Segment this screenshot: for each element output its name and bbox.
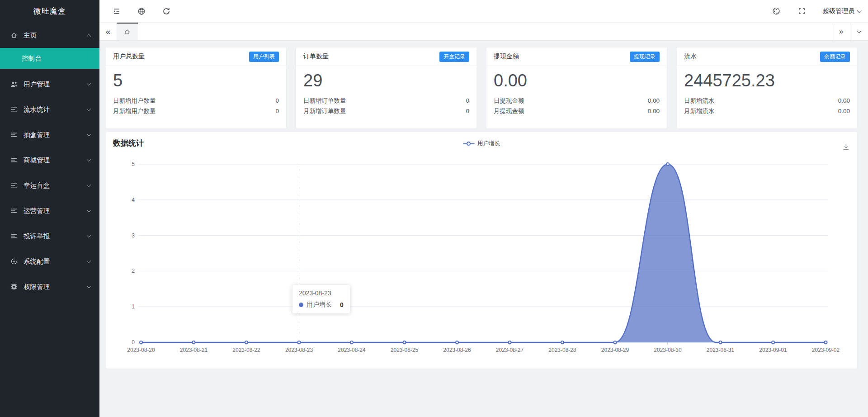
- balance-records-badge[interactable]: 余额记录: [820, 52, 850, 62]
- svg-text:2023-08-24: 2023-08-24: [338, 347, 366, 353]
- chevron-down-icon: [87, 157, 91, 162]
- tab-home[interactable]: [117, 23, 138, 40]
- chevron-down-icon: [87, 259, 91, 263]
- admin-dashboard: 微旺魔盒 主页 控制台 用户管理 流水统计 抽盒管理 商城管理: [0, 0, 868, 417]
- sidebar: 微旺魔盒 主页 控制台 用户管理 流水统计 抽盒管理 商城管理: [0, 0, 99, 417]
- series-dot-icon: [299, 303, 303, 307]
- stat-card-turnover: 流水 余额记录 2445725.23 日新增流水 0.00 月新增流水 0.00: [677, 47, 857, 128]
- list-icon: [10, 207, 18, 215]
- globe-icon[interactable]: [137, 7, 146, 15]
- card-value: 2445725.23: [684, 70, 850, 91]
- card-row: 日新增订单数量 0: [303, 95, 469, 106]
- sidebar-item-operations[interactable]: 运营管理: [0, 198, 99, 223]
- svg-text:2023-08-26: 2023-08-26: [443, 347, 471, 353]
- topbar-left-icons: [113, 7, 170, 15]
- card-title: 提现金额: [494, 52, 519, 61]
- svg-text:2023-09-02: 2023-09-02: [812, 347, 840, 353]
- list-icon: [10, 105, 18, 114]
- tabs-scroll-right-button[interactable]: »: [832, 23, 850, 40]
- download-icon[interactable]: [842, 143, 850, 152]
- sidebar-item-home[interactable]: 主页: [0, 23, 99, 48]
- sidebar-item-system-config[interactable]: 系统配置: [0, 249, 99, 274]
- fullscreen-icon[interactable]: [797, 7, 806, 15]
- chevron-down-icon: [87, 208, 91, 213]
- svg-text:3: 3: [132, 232, 135, 239]
- chevron-down-icon: [87, 132, 91, 137]
- card-row: 月新增订单数量 0: [303, 106, 469, 116]
- sidebar-item-complaints[interactable]: 投诉举报: [0, 223, 99, 249]
- svg-text:2023-08-21: 2023-08-21: [180, 347, 208, 353]
- list-icon: [10, 156, 18, 164]
- svg-text:2023-08-30: 2023-08-30: [654, 347, 682, 353]
- card-value: 5: [113, 70, 279, 91]
- svg-text:0: 0: [132, 339, 135, 346]
- chart-card: 数据统计 用户增长 0123452023-08-202023-08-212023…: [106, 132, 857, 369]
- tabbar: « »: [99, 23, 868, 41]
- card-value: 0.00: [494, 70, 660, 91]
- sidebar-item-user-mgmt[interactable]: 用户管理: [0, 71, 99, 97]
- card-value: 29: [303, 70, 469, 91]
- app-logo: 微旺魔盒: [0, 0, 99, 23]
- card-title: 用户总数量: [113, 52, 145, 61]
- list-icon: [10, 131, 18, 139]
- open-box-records-badge[interactable]: 开盒记录: [439, 52, 469, 62]
- stat-card-orders: 订单数量 开盒记录 29 日新增订单数量 0 月新增订单数量 0: [296, 47, 476, 128]
- card-row: 日新增用户数量 0: [113, 95, 279, 106]
- svg-text:4: 4: [132, 197, 135, 203]
- card-row: 月新增用户数量 0: [113, 106, 279, 116]
- chevron-down-icon: [857, 8, 862, 13]
- home-icon: [10, 31, 18, 39]
- menu-fold-icon[interactable]: [113, 7, 121, 15]
- home-icon: [123, 28, 132, 36]
- svg-text:2023-08-31: 2023-08-31: [707, 347, 735, 353]
- sidebar-item-mall-mgmt[interactable]: 商城管理: [0, 147, 99, 173]
- tabs-scroll-left-button[interactable]: «: [99, 23, 117, 40]
- topbar-right: 超级管理员: [772, 7, 861, 15]
- stat-card-users: 用户总数量 用户列表 5 日新增用户数量 0 月新增用户数量 0: [106, 47, 286, 128]
- svg-text:2023-08-28: 2023-08-28: [548, 347, 576, 353]
- svg-text:2023-09-01: 2023-09-01: [759, 347, 787, 353]
- card-row: 月提现金额 0.00: [494, 106, 660, 116]
- main-content: 用户总数量 用户列表 5 日新增用户数量 0 月新增用户数量 0: [99, 41, 868, 417]
- chevron-up-icon: [87, 34, 91, 38]
- user-list-badge[interactable]: 用户列表: [249, 52, 279, 62]
- withdraw-records-badge[interactable]: 提现记录: [630, 52, 660, 62]
- chevron-down-icon: [87, 233, 91, 238]
- legend-line-icon: [463, 143, 475, 144]
- svg-text:2023-08-25: 2023-08-25: [391, 347, 419, 353]
- stat-cards-row: 用户总数量 用户列表 5 日新增用户数量 0 月新增用户数量 0: [106, 47, 857, 128]
- sidebar-item-lucky-box[interactable]: 幸运盲盒: [0, 173, 99, 198]
- svg-text:2023-08-27: 2023-08-27: [496, 347, 524, 353]
- topbar: 超级管理员: [99, 0, 868, 23]
- palette-icon[interactable]: [772, 7, 780, 15]
- card-row: 月新增流水 0.00: [684, 106, 850, 116]
- sidebar-item-flow-stats[interactable]: 流水统计: [0, 97, 99, 122]
- user-growth-chart: 0123452023-08-202023-08-212023-08-222023…: [106, 154, 857, 369]
- svg-text:5: 5: [132, 161, 135, 167]
- chevron-down-icon: [87, 284, 91, 289]
- list-icon: [10, 232, 18, 240]
- svg-text:2023-08-23: 2023-08-23: [285, 347, 313, 353]
- config-circle-icon: [10, 257, 18, 265]
- svg-text:1: 1: [132, 303, 135, 310]
- chevron-down-icon: [87, 183, 91, 187]
- tabs-menu-button[interactable]: [850, 23, 868, 40]
- chevron-down-icon: [87, 81, 91, 86]
- tooltip-value: 0: [340, 301, 344, 308]
- svg-text:2023-08-20: 2023-08-20: [127, 347, 155, 353]
- svg-text:2: 2: [132, 268, 135, 274]
- user-name: 超级管理员: [823, 7, 854, 15]
- tooltip-series: 用户增长: [307, 301, 332, 309]
- chart-tooltip: 2023-08-23 用户增长 0: [292, 285, 350, 313]
- sidebar-item-permissions[interactable]: 权限管理: [0, 274, 99, 299]
- sidebar-item-box-mgmt[interactable]: 抽盒管理: [0, 122, 99, 147]
- stat-card-withdraw: 提现金额 提现记录 0.00 日提现金额 0.00 月提现金额 0.00: [486, 47, 667, 128]
- users-icon: [10, 80, 18, 88]
- card-row: 日提现金额 0.00: [494, 95, 660, 106]
- user-menu[interactable]: 超级管理员: [823, 7, 861, 15]
- sidebar-item-console[interactable]: 控制台: [0, 48, 99, 69]
- tooltip-date: 2023-08-23: [299, 289, 344, 297]
- chevron-down-icon: [857, 28, 862, 33]
- refresh-icon[interactable]: [162, 7, 170, 15]
- chart-legend[interactable]: 用户增长: [106, 140, 857, 147]
